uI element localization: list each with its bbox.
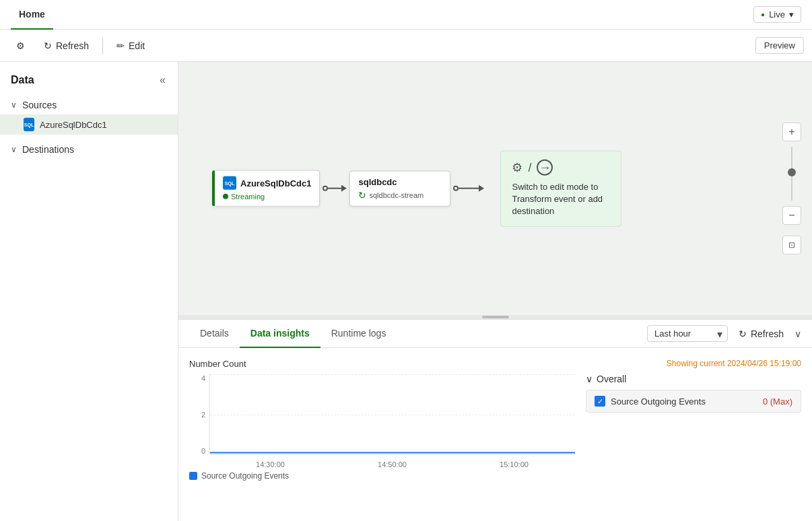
panel-refresh-label: Refresh <box>751 328 784 339</box>
destinations-chevron-icon: ∨ <box>11 145 17 154</box>
canvas-area: SQL AzureSqlDbCdc1 Streaming sq <box>178 62 812 521</box>
panel-refresh-button[interactable]: ↻ Refresh <box>733 326 789 342</box>
tooltip-icons: ⚙ / → <box>512 160 610 176</box>
metric-name: Source Outgoing Events <box>611 396 757 407</box>
chart-wrapper: 4 2 0 <box>189 374 575 468</box>
sidebar-title: Data <box>11 74 34 86</box>
bottom-panel: Details Data insights Runtime logs Last … <box>178 319 812 521</box>
connector-dot-right <box>453 186 459 191</box>
stream-node-name: sqldbcdc <box>358 177 442 187</box>
arrow-icon-2 <box>479 185 484 192</box>
refresh-label: Refresh <box>56 40 89 51</box>
chart-area: Number Count 4 2 0 <box>178 348 812 521</box>
panel-tabs: Details Data insights Runtime logs Last … <box>178 320 812 348</box>
live-badge[interactable]: ● Live ▾ <box>753 6 801 23</box>
toolbar-separator <box>102 38 103 54</box>
tab-runtime-logs[interactable]: Runtime logs <box>320 320 397 348</box>
source-item-icon: SQL <box>24 119 34 130</box>
tab-controls: Last hour Last 24 hours Last 7 days ↻ Re… <box>647 325 801 342</box>
time-select-wrapper: Last hour Last 24 hours Last 7 days <box>647 325 728 342</box>
connector-line-2 <box>459 188 479 189</box>
stream-icon: ↻ <box>358 190 366 201</box>
source-node-status: Streaming <box>223 193 311 201</box>
top-bar: Home ● Live ▾ <box>0 0 812 30</box>
y-label-4: 4 <box>201 374 205 382</box>
refresh-button[interactable]: ↻ Refresh <box>36 36 97 55</box>
sources-chevron-icon: ∨ <box>11 100 17 110</box>
main-layout: Data « ∨ Sources SQL AzureSqlDbCdc1 ∨ De… <box>0 62 812 521</box>
stream-node[interactable]: sqldbcdc ↻ sqldbcdc-stream <box>349 171 450 207</box>
sidebar-section-destinations[interactable]: ∨ Destinations <box>0 140 178 159</box>
legend-label: Source Outgoing Events <box>201 471 289 481</box>
live-label: Live <box>769 9 785 20</box>
y-label-0: 0 <box>201 447 205 455</box>
stream-node-sub: ↻ sqldbcdc-stream <box>358 190 442 201</box>
tooltip-gear-icon: ⚙ <box>512 160 522 175</box>
connector-line-1 <box>328 188 341 189</box>
chart-y-axis: 4 2 0 <box>189 374 209 455</box>
overall-section: ∨ Overall Source Outgoing Events 0 (Max) <box>586 374 801 413</box>
live-dot-icon: ● <box>761 11 765 18</box>
edit-button[interactable]: ✏ Edit <box>108 36 153 55</box>
preview-button[interactable]: Preview <box>755 37 804 54</box>
chart-plot <box>209 374 575 455</box>
overall-header[interactable]: ∨ Overall <box>586 374 801 384</box>
overall-chevron-icon: ∨ <box>586 374 593 384</box>
source-node-title: SQL AzureSqlDbCdc1 <box>223 176 311 190</box>
x-label-3: 15:10:00 <box>500 460 529 468</box>
sidebar-section-sources[interactable]: ∨ Sources <box>0 96 178 114</box>
connector-dot-left <box>323 186 328 191</box>
edit-tooltip: ⚙ / → Switch to edit mode to Transform e… <box>500 151 621 227</box>
chart-right: Showing current 2024/04/26 15:19:00 ∨ Ov… <box>586 359 801 510</box>
edit-label: Edit <box>129 40 145 51</box>
metric-checkbox[interactable] <box>595 396 605 407</box>
chart-x-labels: 14:30:00 14:50:00 15:10:00 <box>209 460 575 468</box>
metric-value: 0 (Max) <box>763 396 792 407</box>
canvas[interactable]: SQL AzureSqlDbCdc1 Streaming sq <box>178 62 812 315</box>
arrow-icon-1 <box>341 185 347 192</box>
zoom-out-button[interactable]: − <box>782 206 801 225</box>
source-node[interactable]: SQL AzureSqlDbCdc1 Streaming <box>212 170 320 207</box>
grid-line-4 <box>210 374 575 375</box>
chart-left: Number Count 4 2 0 <box>189 359 575 510</box>
sidebar-item-azuresqldbcdc1[interactable]: SQL AzureSqlDbCdc1 <box>0 114 178 135</box>
x-label-1: 14:30:00 <box>256 460 285 468</box>
zoom-thumb[interactable] <box>788 168 796 176</box>
collapse-button[interactable]: « <box>158 73 167 88</box>
toolbar: ⚙ ↻ Refresh ✏ Edit Preview <box>0 30 812 62</box>
resize-indicator <box>482 316 509 318</box>
connector-2 <box>450 185 487 192</box>
source-item-label: AzureSqlDbCdc1 <box>40 120 107 130</box>
zoom-controls: + − ⊡ <box>782 123 801 254</box>
tab-data-insights[interactable]: Data insights <box>240 320 320 348</box>
metric-row-source-outgoing: Source Outgoing Events 0 (Max) <box>586 390 801 413</box>
settings-button[interactable]: ⚙ <box>8 36 33 55</box>
time-select[interactable]: Last hour Last 24 hours Last 7 days <box>647 325 728 342</box>
destinations-label: Destinations <box>22 144 74 155</box>
settings-icon: ⚙ <box>16 40 25 51</box>
streaming-dot-icon <box>223 194 228 199</box>
sources-label: Sources <box>22 100 57 110</box>
tooltip-slash: / <box>528 160 531 174</box>
grid-line-2 <box>210 415 575 415</box>
edit-icon: ✏ <box>116 40 125 51</box>
x-label-2: 14:50:00 <box>378 460 407 468</box>
zoom-track[interactable] <box>791 147 792 201</box>
connector-1 <box>320 185 349 192</box>
panel-refresh-icon: ↻ <box>739 328 747 339</box>
tab-home[interactable]: Home <box>11 0 53 30</box>
flow-container: SQL AzureSqlDbCdc1 Streaming sq <box>212 151 621 227</box>
live-chevron-icon: ▾ <box>789 9 794 20</box>
tooltip-text: Switch to edit mode to Transform event o… <box>512 181 610 218</box>
sidebar: Data « ∨ Sources SQL AzureSqlDbCdc1 ∨ De… <box>0 62 178 521</box>
zoom-fit-button[interactable]: ⊡ <box>782 236 801 254</box>
overall-label: Overall <box>597 374 626 384</box>
zoom-in-button[interactable]: + <box>782 123 801 141</box>
showing-text: Showing current 2024/04/26 15:19:00 <box>586 359 801 368</box>
y-label-2: 2 <box>201 411 205 419</box>
refresh-icon: ↻ <box>44 40 52 51</box>
tab-details[interactable]: Details <box>189 320 240 348</box>
source-sql-icon: SQL <box>223 176 236 190</box>
tooltip-export-icon: → <box>537 160 553 176</box>
panel-expand-button[interactable]: ∨ <box>794 328 801 339</box>
